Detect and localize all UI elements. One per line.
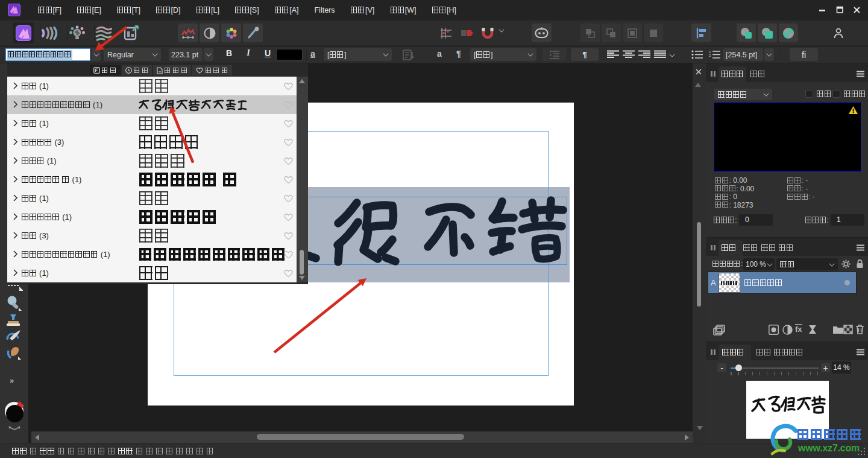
svg-text:2: 2 <box>709 54 711 57</box>
